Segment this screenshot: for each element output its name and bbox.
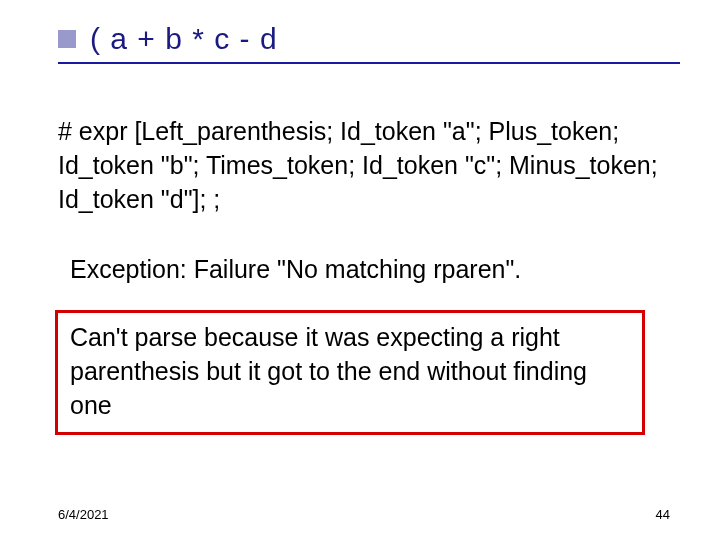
footer-page-number: 44: [656, 507, 670, 522]
title-bar: ( a + b * c - d: [58, 22, 680, 64]
title-bullet-icon: [58, 30, 76, 48]
footer-date: 6/4/2021: [58, 507, 109, 522]
slide: ( a + b * c - d # expr [Left_parenthesis…: [0, 0, 720, 540]
exception-text: Exception: Failure "No matching rparen".: [70, 255, 665, 284]
slide-title: ( a + b * c - d: [90, 22, 278, 56]
code-block: # expr [Left_parenthesis; Id_token "a"; …: [58, 115, 665, 216]
explanation-box: Can't parse because it was expecting a r…: [55, 310, 645, 435]
explanation-text: Can't parse because it was expecting a r…: [70, 323, 587, 419]
